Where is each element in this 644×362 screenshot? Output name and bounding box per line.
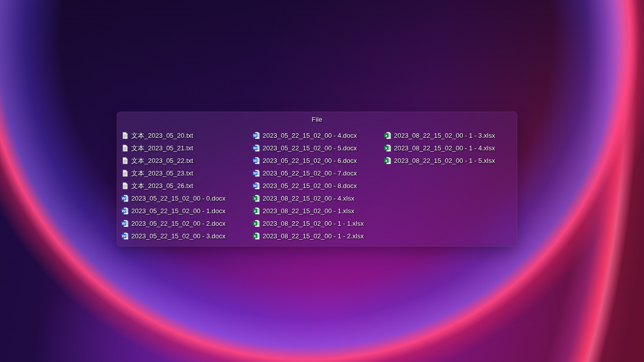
word-file-icon: W: [121, 220, 129, 227]
txt-file-icon: [121, 182, 129, 190]
txt-file-icon: [121, 169, 129, 177]
file-item[interactable]: W 2023_05_22_15_02_00 - 1.docx: [121, 205, 253, 217]
file-name: 2023_08_22_15_02_00 - 1 - 1.xlsx: [263, 220, 364, 227]
file-icon: W: [253, 169, 260, 177]
file-item[interactable]: x 2023_08_22_15_02_00 - 4.xlsx: [253, 192, 384, 205]
file-name: 2023_05_22_15_02_00 - 2.docx: [131, 220, 225, 227]
excel-file-icon: x: [253, 220, 260, 227]
svg-text:W: W: [253, 171, 257, 175]
file-icon: W: [121, 232, 129, 240]
file-item[interactable]: x 2023_08_22_15_02_00 - 1 - 5.xlsx: [384, 154, 515, 167]
file-icon: x: [384, 144, 391, 152]
file-icon: x: [253, 232, 260, 240]
file-name: 文本_2023_05_22.txt: [131, 156, 193, 165]
file-item[interactable]: W 2023_05_22_15_02_00 - 8.docx: [253, 179, 384, 192]
file-name: 2023_08_22_15_02_00 - 1 - 4.xlsx: [394, 144, 495, 152]
file-item[interactable]: W 2023_05_22_15_02_00 - 0.docx: [121, 192, 253, 205]
file-item[interactable]: W 2023_05_22_15_02_00 - 4.docx: [253, 129, 384, 142]
svg-text:W: W: [253, 184, 257, 188]
file-name: 文本_2023_05_21.txt: [131, 144, 193, 153]
file-column: W 2023_05_22_15_02_00 - 4.docx W 2023_05…: [253, 129, 384, 242]
panel-title: File: [121, 115, 513, 124]
file-dialog-panel: File 文本_2023_05_20.txt 文本_2023_05_21.txt: [117, 112, 517, 246]
file-item[interactable]: 文本_2023_05_23.txt: [121, 167, 253, 179]
file-item[interactable]: W 2023_05_22_15_02_00 - 7.docx: [253, 167, 384, 179]
file-icon: x: [253, 207, 260, 215]
svg-text:x: x: [254, 196, 257, 201]
file-item[interactable]: W 2023_05_22_15_02_00 - 2.docx: [121, 217, 253, 230]
file-item[interactable]: 文本_2023_05_20.txt: [121, 129, 253, 142]
file-icon: x: [253, 195, 260, 202]
excel-file-icon: x: [384, 157, 391, 164]
word-file-icon: W: [253, 132, 260, 139]
file-grid: 文本_2023_05_20.txt 文本_2023_05_21.txt 文本_2…: [121, 129, 513, 242]
file-item[interactable]: W 2023_05_22_15_02_00 - 5.docx: [253, 142, 384, 154]
file-item[interactable]: x 2023_08_22_15_02_00 - 1 - 1.xlsx: [253, 217, 384, 230]
svg-text:W: W: [122, 209, 126, 213]
file-icon: W: [253, 157, 260, 164]
file-icon: W: [121, 207, 129, 215]
file-name: 文本_2023_05_23.txt: [131, 169, 193, 178]
file-name: 2023_05_22_15_02_00 - 6.docx: [263, 157, 357, 164]
file-icon: W: [253, 132, 260, 139]
word-file-icon: W: [121, 195, 129, 202]
desktop-wallpaper: File 文本_2023_05_20.txt 文本_2023_05_21.txt: [0, 0, 644, 362]
excel-file-icon: x: [384, 144, 391, 152]
file-name: 2023_08_22_15_02_00 - 4.xlsx: [263, 195, 354, 202]
file-name: 2023_05_22_15_02_00 - 8.docx: [263, 182, 357, 190]
file-name: 文本_2023_05_26.txt: [131, 182, 193, 191]
file-item[interactable]: W 2023_05_22_15_02_00 - 6.docx: [253, 154, 384, 167]
file-icon: W: [121, 195, 129, 202]
file-name: 2023_05_22_15_02_00 - 5.docx: [263, 144, 357, 152]
file-icon: W: [253, 182, 260, 190]
file-icon: x: [384, 157, 391, 164]
file-name: 2023_08_22_15_02_00 - 1 - 3.xlsx: [394, 132, 495, 139]
svg-text:x: x: [254, 209, 257, 213]
txt-file-icon: [121, 144, 129, 152]
file-name: 2023_05_22_15_02_00 - 4.docx: [263, 132, 357, 139]
file-item[interactable]: 文本_2023_05_26.txt: [121, 179, 253, 192]
svg-text:x: x: [254, 234, 257, 238]
txt-file-icon: [121, 132, 129, 139]
file-name: 2023_08_22_15_02_00 - 1 - 2.xlsx: [263, 232, 364, 240]
file-name: 文本_2023_05_20.txt: [131, 131, 193, 140]
excel-file-icon: x: [253, 195, 260, 202]
txt-file-icon: [121, 157, 129, 164]
file-icon: [121, 132, 129, 139]
file-name: 2023_05_22_15_02_00 - 7.docx: [263, 169, 357, 177]
file-icon: [121, 157, 129, 164]
file-name: 2023_08_22_15_02_00 - 1 - 5.xlsx: [394, 157, 495, 164]
file-item[interactable]: x 2023_08_22_15_02_00 - 1 - 4.xlsx: [384, 142, 515, 154]
svg-text:W: W: [122, 221, 126, 226]
file-name: 2023_05_22_15_02_00 - 0.docx: [131, 195, 225, 202]
file-item[interactable]: x 2023_08_22_15_02_00 - 1.xlsx: [253, 205, 384, 217]
word-file-icon: W: [253, 182, 260, 190]
file-icon: W: [253, 144, 260, 152]
excel-file-icon: x: [253, 232, 260, 240]
file-column: x 2023_08_22_15_02_00 - 1 - 3.xlsx x 202…: [384, 129, 515, 167]
file-name: 2023_05_22_15_02_00 - 3.docx: [131, 232, 225, 240]
file-item[interactable]: 文本_2023_05_22.txt: [121, 154, 253, 167]
file-item[interactable]: x 2023_08_22_15_02_00 - 1 - 2.xlsx: [253, 230, 384, 242]
svg-text:x: x: [385, 133, 388, 138]
word-file-icon: W: [253, 169, 260, 177]
file-name: 2023_08_22_15_02_00 - 1.xlsx: [263, 207, 354, 215]
file-name: 2023_05_22_15_02_00 - 1.docx: [131, 207, 225, 215]
file-item[interactable]: x 2023_08_22_15_02_00 - 1 - 3.xlsx: [384, 129, 515, 142]
word-file-icon: W: [121, 207, 129, 215]
svg-text:W: W: [122, 234, 126, 238]
svg-text:x: x: [254, 221, 257, 226]
word-file-icon: W: [121, 232, 129, 240]
file-item[interactable]: 文本_2023_05_21.txt: [121, 142, 253, 154]
file-icon: x: [384, 132, 391, 139]
word-file-icon: W: [253, 144, 260, 152]
file-icon: W: [121, 220, 129, 227]
svg-text:x: x: [385, 158, 388, 163]
file-icon: [121, 144, 129, 152]
svg-text:W: W: [253, 133, 257, 138]
file-icon: [121, 169, 129, 177]
file-item[interactable]: W 2023_05_22_15_02_00 - 3.docx: [121, 230, 253, 242]
svg-text:x: x: [385, 146, 388, 150]
file-column: 文本_2023_05_20.txt 文本_2023_05_21.txt 文本_2…: [121, 129, 253, 242]
excel-file-icon: x: [253, 207, 260, 215]
